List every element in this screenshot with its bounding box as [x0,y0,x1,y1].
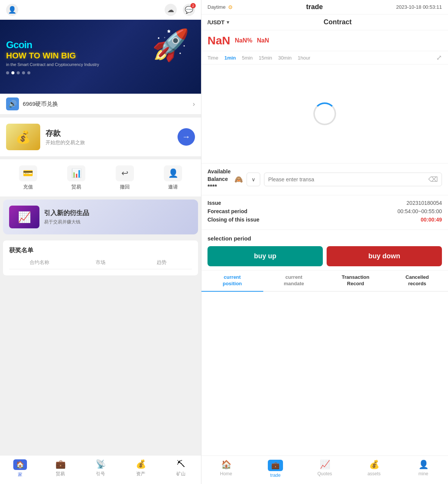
rocket-icon: 🚀 [152,27,190,63]
tab-5min[interactable]: 5min [242,55,253,61]
tab-current-mandate[interactable]: currentmandate [263,274,325,292]
closing-row: Closing of this issue 00:00:49 [207,217,442,223]
transaction-input[interactable] [268,176,428,182]
loading-spinner [313,102,336,125]
issue-value: 202310180054 [407,200,442,206]
rnav-trade-icon: 💼 [268,460,283,471]
tab-cancelled-records[interactable]: Cancelledrecords [387,274,448,292]
deposit-illustration: 💰 [6,124,40,150]
dot-4[interactable] [22,71,25,74]
balance-stars: **** [207,184,231,190]
deposit-arrow-button[interactable]: → [178,128,195,146]
nav-signal-label: 引号 [96,471,105,477]
trade-nav-icon: 💼 [55,459,66,469]
dot-1[interactable] [6,71,9,74]
tab-30min[interactable]: 30min [278,55,291,61]
clear-input-icon[interactable]: ⌫ [428,175,438,184]
closing-value: 00:00:49 [421,217,442,223]
home-icon: 🏠 [13,459,27,470]
invite-label: 邀请 [168,184,178,190]
closing-key: Closing of this issue [207,217,259,223]
nav-home[interactable]: 🏠 家 [0,459,40,478]
issue-row: Issue 202310180054 [207,200,442,206]
winners-header: 合约名称 市场 趋势 [9,259,192,269]
dot-3[interactable] [17,71,20,74]
left-topbar: 👤 ☁ 💬 2 [0,0,201,20]
action-withdraw[interactable]: ↩ 撤回 [116,165,134,190]
withdraw-icon: ↩ [116,165,134,181]
download-icon[interactable]: ☁ [165,4,177,16]
right-topbar: Daytime ⚙ trade 2023-10-18 00:53:11 [201,0,448,14]
balance-label: AvailableBalance [207,168,231,183]
timestamp-label: 2023-10-18 00:53:11 [396,4,442,10]
issue-key: Issue [207,200,221,206]
rnav-quotes[interactable]: 📈 Quotes [300,460,349,478]
daytime-gear-icon[interactable]: ⚙ [228,4,233,10]
forecast-row: Forecast period 00:54:00~00:55:00 [207,208,442,214]
tab-current-position[interactable]: currentposition [201,274,263,292]
deposit-section: 💰 存款 开始您的交易之旅 → [0,118,201,156]
rnav-assets[interactable]: 💰 assets [349,460,399,478]
rnav-home-label: Home [220,471,232,476]
tab-1min[interactable]: 1min [224,55,236,61]
expand-chart-icon[interactable]: ⤢ [436,53,442,62]
nav-trade[interactable]: 💼 贸易 [40,459,80,478]
user-avatar-icon: 👤 [6,4,18,16]
nav-assets-label: 资产 [136,471,145,477]
logo-text: Gcoin [6,39,32,50]
action-bar: 💳 充值 📊 贸易 ↩ 撤回 👤 邀请 [0,159,201,196]
tab-15min[interactable]: 15min [259,55,272,61]
nav-mine[interactable]: ⛏ 矿山 [161,459,201,478]
action-trade[interactable]: 📊 贸易 [67,165,85,190]
transaction-input-wrap: ⌫ [264,173,442,186]
forecast-key: Forecast period [207,208,247,214]
pair-label: /USDT [207,19,225,25]
trade-icon: 📊 [67,165,85,181]
action-invite[interactable]: 👤 邀请 [164,165,182,190]
messages-icon[interactable]: 💬 2 [183,4,195,16]
banner-logo: Gcoin [6,39,32,51]
pair-selector[interactable]: /USDT ▼ [207,19,230,25]
signal-icon: 📡 [96,459,106,469]
winners-section: 获奖名单 合约名称 市场 趋势 [3,240,198,275]
rnav-trade-label: trade [270,473,280,478]
buy-down-button[interactable]: buy down [327,246,442,266]
recharge-icon: 💳 [19,165,37,181]
nav-signal[interactable]: 📡 引号 [80,459,121,478]
trade-label: 贸易 [71,184,81,190]
invite-icon: 👤 [164,165,182,181]
left-bottom-nav: 🏠 家 💼 贸易 📡 引号 💰 资产 ⛏ 矿山 [0,455,201,484]
coin-exchange-bar[interactable]: 🔊 6969硬币兑换 › [0,94,201,115]
contract-header: /USDT ▼ Contract [201,14,448,30]
assets-icon: 💰 [136,459,146,469]
toggle-balance-icon[interactable]: 🙈 [234,175,243,184]
coin-bar-arrow-icon: › [193,100,195,108]
balance-dropdown-button[interactable]: ∨ [247,173,260,186]
right-bottom-nav: 🏠 Home 💼 trade 📈 Quotes 💰 assets 👤 mine [201,456,448,484]
rnav-home-icon: 🏠 [221,460,231,470]
price-pct: NaN% [235,37,252,44]
action-recharge[interactable]: 💳 充值 [19,165,37,190]
mine-icon: ⛏ [177,459,185,469]
tab-1hour[interactable]: 1hour [298,55,310,61]
issue-section: Issue 202310180054 Forecast period 00:54… [201,195,448,230]
rnav-home[interactable]: 🏠 Home [201,460,251,478]
dot-2[interactable] [11,71,14,74]
deposit-title: 存款 [46,128,172,138]
tab-transaction-record[interactable]: TransactionRecord [325,274,387,292]
selection-label: selection period [207,235,442,242]
rnav-mine[interactable]: 👤 mine [399,460,448,478]
nav-assets[interactable]: 💰 资产 [121,459,161,478]
winner-col-market: 市场 [70,259,131,266]
nav-home-label: 家 [18,471,22,478]
promo-subtitle: 易于交易并赚大钱 [44,219,192,225]
rnav-assets-icon: 💰 [369,460,379,470]
rnav-quotes-label: Quotes [318,471,332,476]
buy-up-button[interactable]: buy up [207,246,323,266]
coin-speaker-icon: 🔊 [6,97,19,110]
rnav-trade[interactable]: 💼 trade [251,460,300,478]
dot-5[interactable] [27,71,30,74]
balance-section: AvailableBalance **** 🙈 ∨ ⌫ [201,163,448,195]
withdraw-label: 撤回 [120,184,130,190]
promo-banner: 📈 引入新的衍生品 易于交易并赚大钱 [3,200,198,234]
